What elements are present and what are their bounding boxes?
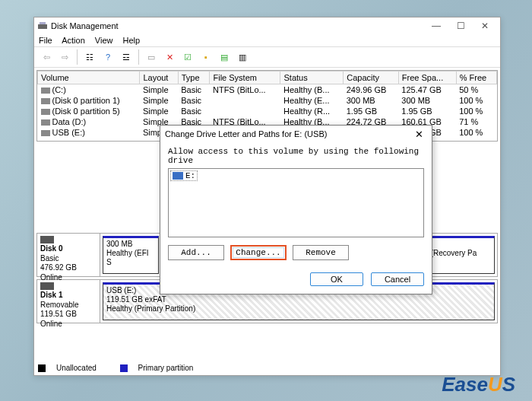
drive-icon (173, 172, 183, 180)
app-icon (37, 21, 48, 31)
forward-icon[interactable]: ⇨ (57, 49, 72, 65)
partition[interactable]: 300 MBHealthy (EFI S (103, 236, 159, 274)
delete-icon[interactable]: ✕ (162, 49, 177, 65)
maximize-button[interactable]: ☐ (448, 18, 473, 33)
volume-row[interactable]: (C:)SimpleBasicNTFS (BitLo...Healthy (B.… (38, 84, 497, 96)
easeus-logo: EaseUS (442, 373, 515, 396)
tree-icon[interactable]: ▭ (144, 49, 159, 65)
ok-button[interactable]: OK (310, 272, 363, 286)
disk-icon (40, 236, 54, 243)
disk-icon (40, 282, 54, 290)
format-icon[interactable]: ☑ (180, 49, 195, 65)
svg-rect-0 (38, 24, 47, 29)
column-header[interactable]: Status (280, 72, 344, 84)
menubar: File Action View Help (34, 34, 500, 47)
column-header[interactable]: Capacity (344, 72, 399, 84)
menu-help[interactable]: Help (123, 36, 141, 45)
column-header[interactable]: Layout (140, 72, 178, 84)
menu-action[interactable]: Action (62, 36, 85, 45)
remove-button[interactable]: Remove (293, 245, 349, 260)
column-header[interactable]: Free Spa... (398, 72, 456, 84)
shrink-icon[interactable]: ▥ (235, 49, 250, 65)
help-icon[interactable]: ? (100, 49, 116, 65)
window-title: Disk Management (51, 21, 424, 30)
close-button[interactable]: ✕ (473, 18, 497, 33)
volume-row[interactable]: (Disk 0 partition 1)SimpleBasicHealthy (… (38, 95, 497, 106)
minimize-button[interactable]: — (424, 18, 448, 33)
svg-rect-1 (40, 22, 46, 24)
volume-row[interactable]: (Disk 0 partition 5)SimpleBasicHealthy (… (38, 106, 497, 116)
titlebar[interactable]: Disk Management — ☐ ✕ (34, 18, 500, 34)
column-header[interactable]: File System (210, 72, 280, 84)
cancel-button[interactable]: Cancel (371, 272, 424, 286)
menu-view[interactable]: View (95, 36, 113, 45)
drive-list-item: E: (170, 170, 198, 181)
dialog-title: Change Drive Letter and Paths for E: (US… (165, 129, 410, 138)
dialog-message: Allow access to this volume by using the… (168, 147, 424, 165)
toolbar: ⇦ ⇨ ☷ ? ☲ ▭ ✕ ☑ ▪ ▤ ▥ (34, 47, 500, 68)
new-icon[interactable]: ▪ (198, 49, 214, 65)
refresh-icon[interactable]: ☷ (82, 49, 97, 65)
add-button[interactable]: Add... (168, 245, 224, 260)
legend: Unallocated Primary partition (38, 364, 214, 372)
dialog-close-icon[interactable]: ✕ (410, 129, 427, 140)
properties-icon[interactable]: ☲ (119, 49, 134, 65)
disk-info: Disk 1Removable119.51 GBOnline (37, 280, 100, 323)
column-header[interactable]: % Free (456, 72, 496, 84)
back-icon[interactable]: ⇦ (39, 49, 54, 65)
column-header[interactable]: Volume (38, 72, 140, 84)
menu-file[interactable]: File (39, 36, 52, 45)
column-header[interactable]: Type (178, 72, 210, 84)
change-button[interactable]: Change... (230, 245, 287, 260)
extend-icon[interactable]: ▤ (217, 49, 232, 65)
change-drive-letter-dialog: Change Drive Letter and Paths for E: (US… (160, 125, 432, 294)
drive-list[interactable]: E: (168, 168, 424, 237)
disk-info: Disk 0Basic476.92 GBOnline (37, 234, 100, 276)
